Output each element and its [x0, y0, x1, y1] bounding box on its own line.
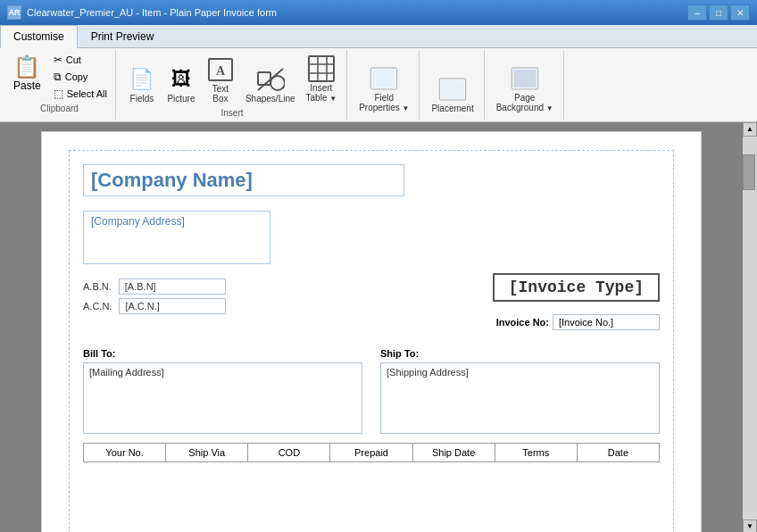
- placement-icon: [438, 75, 467, 104]
- insert-table-icon: [307, 54, 336, 83]
- insert-table-button[interactable]: InsertTable ▼: [302, 52, 342, 106]
- page-background-button[interactable]: PageBackground ▼: [492, 62, 558, 116]
- bill-to-box: Bill To: [Mailing Address]: [83, 348, 362, 434]
- window-title: Clearwater_Premier_AU - Item - Plain Pap…: [27, 7, 277, 18]
- bill-to-label: Bill To:: [83, 348, 362, 359]
- ribbon-tab-bar: Customise Print Preview: [0, 25, 757, 48]
- scroll-thumb[interactable]: [743, 154, 755, 190]
- paste-button[interactable]: 📋 Paste: [7, 52, 47, 102]
- abn-label: A.B.N.: [83, 281, 112, 292]
- ribbon-content: 📋 Paste ✂ Cut ⧉ Copy ⬚ Select All: [0, 48, 757, 121]
- abn-row: A.B.N. [A.B.N]: [83, 278, 226, 295]
- vertical-scrollbar[interactable]: ▲ ▼: [743, 122, 757, 532]
- field-properties-group: FieldProperties ▼: [349, 50, 420, 120]
- picture-label: Picture: [167, 94, 195, 104]
- placement-label: Placement: [431, 104, 473, 113]
- ribbon: Customise Print Preview 📋 Paste ✂ Cut ⧉: [0, 25, 757, 122]
- th-cod: COD: [248, 444, 330, 461]
- field-properties-button[interactable]: FieldProperties ▼: [354, 62, 413, 116]
- invoice-no-row: Invoice No: [Invoice No.]: [496, 314, 660, 330]
- insert-table-label: InsertTable ▼: [306, 83, 337, 104]
- th-prepaid: Prepaid: [330, 444, 412, 461]
- placement-button[interactable]: Placement: [427, 72, 478, 116]
- picture-icon: 🖼: [167, 65, 195, 94]
- insert-group-label: Insert: [123, 108, 341, 118]
- close-button[interactable]: ✕: [730, 4, 750, 21]
- title-bar: AR Clearwater_Premier_AU - Item - Plain …: [0, 0, 757, 25]
- th-ship-date: Ship Date: [413, 444, 495, 461]
- cut-icon: ✂: [54, 54, 62, 66]
- canvas-area[interactable]: [Company Name] [Company Address] A.B.N. …: [0, 122, 743, 532]
- textbox-label: TextBox: [212, 84, 229, 104]
- ship-to-box: Ship To: [Shipping Address]: [380, 348, 660, 434]
- addresses-section: Bill To: [Mailing Address] Ship To: [Shi…: [83, 348, 660, 434]
- insert-group: 📄 Fields 🖼 Picture A TextBox: [118, 50, 347, 120]
- shapes-line-button[interactable]: Shapes/Line: [241, 62, 300, 106]
- document: [Company Name] [Company Address] A.B.N. …: [41, 131, 702, 532]
- cut-button[interactable]: ✂ Cut: [49, 52, 112, 68]
- clipboard-label: Clipboard: [7, 104, 112, 113]
- page-background-icon: [511, 64, 539, 93]
- picture-button[interactable]: 🖼 Picture: [162, 62, 200, 106]
- svg-rect-11: [373, 70, 395, 87]
- th-date: Date: [578, 444, 659, 461]
- th-terms: Terms: [495, 444, 578, 461]
- shapes-line-label: Shapes/Line: [245, 94, 295, 104]
- cut-label: Cut: [66, 54, 81, 65]
- svg-rect-15: [513, 70, 536, 87]
- svg-text:A: A: [216, 64, 226, 78]
- paste-label: Paste: [13, 79, 41, 92]
- svg-rect-13: [441, 80, 463, 98]
- copy-button[interactable]: ⧉ Copy: [49, 69, 112, 85]
- field-properties-icon: [370, 64, 398, 93]
- tab-customise[interactable]: Customise: [0, 25, 78, 48]
- svg-rect-5: [309, 56, 334, 81]
- scroll-up-arrow[interactable]: ▲: [743, 122, 757, 137]
- select-all-button[interactable]: ⬚ Select All: [49, 86, 112, 102]
- invoice-type-field[interactable]: [Invoice Type]: [493, 273, 660, 302]
- acn-label: A.C.N.: [83, 301, 112, 312]
- copy-label: Copy: [65, 71, 88, 82]
- tab-print-preview[interactable]: Print Preview: [78, 25, 168, 47]
- invoice-no-value[interactable]: [Invoice No.]: [553, 314, 660, 330]
- acn-row: A.C.N. [A.C.N.]: [83, 298, 226, 314]
- company-address-field[interactable]: [Company Address]: [83, 211, 270, 264]
- fields-icon: 📄: [128, 65, 156, 94]
- field-properties-label: FieldProperties ▼: [359, 93, 409, 113]
- select-all-label: Select All: [67, 88, 107, 99]
- shapes-line-icon: [256, 65, 285, 94]
- maximize-button[interactable]: □: [709, 4, 728, 21]
- bill-to-field[interactable]: [Mailing Address]: [83, 362, 362, 434]
- fields-button[interactable]: 📄 Fields: [123, 62, 161, 106]
- clipboard-group: 📋 Paste ✂ Cut ⧉ Copy ⬚ Select All: [4, 50, 116, 120]
- page-background-label: PageBackground ▼: [496, 93, 553, 113]
- th-ship-via: Ship Via: [166, 444, 248, 461]
- table-header-row: Your No. Ship Via COD Prepaid Ship Date …: [83, 443, 660, 462]
- minimize-button[interactable]: –: [687, 4, 707, 21]
- textbox-icon: A: [206, 55, 235, 84]
- th-your-no: Your No.: [84, 444, 166, 461]
- abn-value[interactable]: [A.B.N]: [119, 278, 226, 295]
- svg-rect-2: [258, 72, 270, 85]
- app-icon: AR: [7, 5, 21, 20]
- copy-icon: ⧉: [54, 71, 62, 83]
- scroll-down-arrow[interactable]: ▼: [743, 520, 757, 532]
- textbox-button[interactable]: A TextBox: [202, 53, 239, 106]
- fields-label: Fields: [130, 94, 154, 104]
- invoice-no-label: Invoice No:: [496, 317, 549, 328]
- paste-icon: 📋: [13, 54, 40, 79]
- ship-to-field[interactable]: [Shipping Address]: [380, 362, 660, 434]
- select-all-icon: ⬚: [54, 87, 63, 100]
- main-area: [Company Name] [Company Address] A.B.N. …: [0, 122, 757, 532]
- ship-to-label: Ship To:: [380, 348, 660, 359]
- placement-group: Placement: [421, 50, 484, 120]
- company-name-field[interactable]: [Company Name]: [83, 164, 404, 196]
- page-background-group: PageBackground ▼: [487, 50, 564, 120]
- acn-value[interactable]: [A.C.N.]: [119, 298, 226, 314]
- document-border: [Company Name] [Company Address] A.B.N. …: [69, 150, 674, 532]
